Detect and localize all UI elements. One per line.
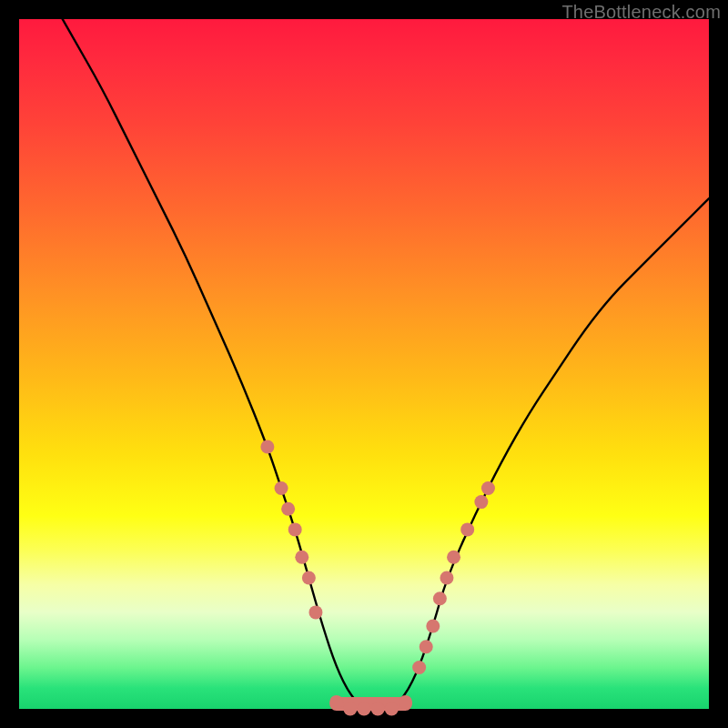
curve-dot bbox=[412, 661, 426, 674]
curve-dot bbox=[433, 592, 447, 605]
chart-frame: TheBottleneck.com bbox=[0, 0, 728, 728]
curve-dot bbox=[385, 703, 399, 716]
curve-dot bbox=[295, 551, 308, 564]
curve-dot bbox=[399, 695, 412, 709]
curve-dot bbox=[308, 605, 322, 619]
curve-dot bbox=[281, 502, 295, 516]
curve-dots bbox=[260, 440, 495, 715]
curve-dot bbox=[302, 571, 316, 584]
curve-dot bbox=[371, 703, 385, 716]
bottleneck-curve bbox=[19, 0, 709, 709]
curve-dot bbox=[447, 551, 460, 564]
curve-dot bbox=[440, 571, 453, 584]
curve-dot bbox=[474, 495, 488, 509]
curve-dot bbox=[420, 640, 433, 653]
curve-dot bbox=[288, 522, 302, 536]
curve-dot bbox=[343, 703, 357, 716]
curve-dot bbox=[426, 620, 440, 633]
curve-dot bbox=[358, 703, 371, 716]
curve-dot bbox=[275, 481, 288, 495]
plot-area bbox=[19, 19, 709, 709]
curve-dot bbox=[460, 522, 474, 536]
curve-dot bbox=[329, 695, 343, 709]
curve-dot bbox=[260, 440, 274, 453]
curve-dot bbox=[481, 481, 495, 495]
curve-layer bbox=[19, 19, 709, 709]
